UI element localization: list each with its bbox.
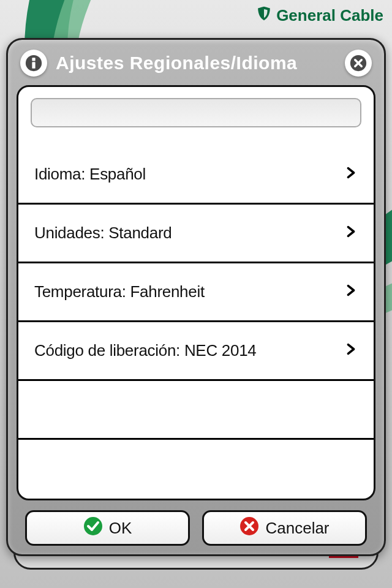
cancel-label: Cancelar — [265, 519, 329, 538]
cancel-button[interactable]: Cancelar — [202, 510, 367, 546]
ok-label: OK — [109, 519, 132, 538]
option-label: Unidades: Standard — [34, 224, 172, 243]
modal-header: Ajustes Regionales/Idioma — [17, 46, 375, 85]
chevron-right-icon — [344, 165, 358, 184]
brand-header: General Cable — [255, 5, 383, 26]
option-idioma[interactable]: Idioma: Español — [18, 146, 374, 205]
close-button[interactable] — [345, 50, 372, 77]
option-codigo[interactable]: Código de liberación: NEC 2014 — [18, 322, 374, 381]
brand-shield-icon — [255, 5, 273, 26]
modal-title: Ajustes Regionales/Idioma — [56, 53, 336, 74]
svg-rect-11 — [32, 58, 35, 61]
svg-rect-12 — [32, 62, 35, 69]
brand-name: General Cable — [276, 6, 383, 25]
svg-point-14 — [84, 517, 102, 535]
option-empty-1 — [18, 381, 374, 440]
chevron-right-icon — [344, 224, 358, 243]
chevron-right-icon — [344, 282, 358, 301]
option-label: Idioma: Español — [34, 165, 146, 184]
option-label: Temperatura: Fahrenheit — [34, 282, 205, 301]
search-input[interactable] — [31, 98, 361, 127]
cancel-icon — [239, 516, 259, 540]
modal-footer: OK Cancelar — [17, 500, 375, 546]
chevron-right-icon — [344, 341, 358, 360]
option-temperatura[interactable]: Temperatura: Fahrenheit — [18, 263, 374, 322]
modal-body: Idioma: Español Unidades: Standard Tempe… — [17, 85, 375, 500]
ok-button[interactable]: OK — [25, 510, 190, 546]
check-icon — [83, 516, 103, 540]
info-icon — [20, 50, 47, 77]
settings-modal: Ajustes Regionales/Idioma Idioma: Españo… — [6, 38, 386, 556]
option-label: Código de liberación: NEC 2014 — [34, 341, 256, 360]
option-unidades[interactable]: Unidades: Standard — [18, 205, 374, 263]
option-empty-2 — [18, 440, 374, 499]
option-list: Idioma: Español Unidades: Standard Tempe… — [18, 146, 374, 499]
